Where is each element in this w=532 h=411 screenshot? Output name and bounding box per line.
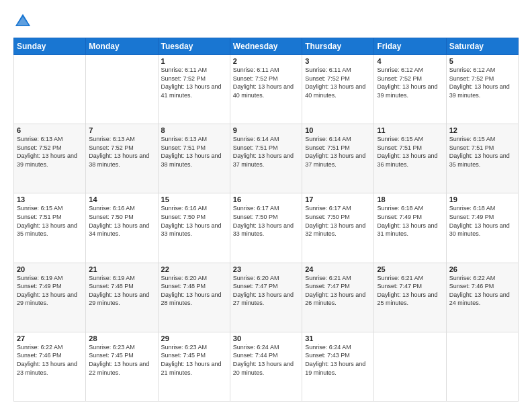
calendar-week-row: 13Sunrise: 6:15 AM Sunset: 7:51 PM Dayli… — [14, 193, 519, 263]
day-info: Sunrise: 6:14 AM Sunset: 7:51 PM Dayligh… — [233, 135, 299, 169]
calendar-cell: 28Sunrise: 6:23 AM Sunset: 7:45 PM Dayli… — [86, 332, 158, 401]
day-info: Sunrise: 6:20 AM Sunset: 7:48 PM Dayligh… — [161, 274, 227, 308]
day-info: Sunrise: 6:22 AM Sunset: 7:46 PM Dayligh… — [17, 343, 83, 377]
day-number: 2 — [233, 57, 299, 65]
calendar-cell: 14Sunrise: 6:16 AM Sunset: 7:50 PM Dayli… — [86, 193, 158, 263]
day-number: 15 — [161, 195, 227, 203]
calendar-cell: 29Sunrise: 6:23 AM Sunset: 7:45 PM Dayli… — [158, 332, 230, 401]
day-info: Sunrise: 6:16 AM Sunset: 7:50 PM Dayligh… — [89, 204, 154, 238]
calendar-cell: 17Sunrise: 6:17 AM Sunset: 7:50 PM Dayli… — [302, 193, 374, 263]
day-info: Sunrise: 6:12 AM Sunset: 7:52 PM Dayligh… — [449, 66, 515, 99]
day-header-row: SundayMondayTuesdayWednesdayThursdayFrid… — [14, 38, 519, 55]
day-number: 3 — [305, 57, 371, 65]
calendar-cell: 3Sunrise: 6:11 AM Sunset: 7:52 PM Daylig… — [302, 55, 374, 124]
calendar-cell: 2Sunrise: 6:11 AM Sunset: 7:52 PM Daylig… — [230, 55, 302, 124]
day-of-week-header: Monday — [86, 38, 158, 55]
page: SundayMondayTuesdayWednesdayThursdayFrid… — [0, 0, 532, 411]
calendar-week-row: 6Sunrise: 6:13 AM Sunset: 7:52 PM Daylig… — [14, 124, 519, 193]
calendar-cell: 27Sunrise: 6:22 AM Sunset: 7:46 PM Dayli… — [14, 332, 86, 401]
day-info: Sunrise: 6:23 AM Sunset: 7:45 PM Dayligh… — [89, 343, 154, 377]
day-number: 18 — [377, 195, 443, 203]
day-info: Sunrise: 6:11 AM Sunset: 7:52 PM Dayligh… — [161, 66, 227, 99]
calendar-cell — [14, 55, 86, 124]
day-number: 4 — [377, 57, 443, 65]
calendar-cell — [446, 332, 518, 401]
day-number: 11 — [377, 126, 443, 134]
day-number: 28 — [89, 334, 154, 342]
calendar-week-row: 1Sunrise: 6:11 AM Sunset: 7:52 PM Daylig… — [14, 55, 519, 124]
calendar-cell: 19Sunrise: 6:18 AM Sunset: 7:49 PM Dayli… — [446, 193, 518, 263]
logo — [13, 12, 35, 31]
calendar-week-row: 27Sunrise: 6:22 AM Sunset: 7:46 PM Dayli… — [14, 332, 519, 401]
calendar-cell: 5Sunrise: 6:12 AM Sunset: 7:52 PM Daylig… — [446, 55, 518, 124]
calendar-cell: 24Sunrise: 6:21 AM Sunset: 7:47 PM Dayli… — [302, 263, 374, 332]
day-info: Sunrise: 6:18 AM Sunset: 7:49 PM Dayligh… — [377, 204, 443, 238]
day-number: 27 — [17, 334, 83, 342]
day-info: Sunrise: 6:13 AM Sunset: 7:51 PM Dayligh… — [161, 135, 227, 169]
calendar-cell: 11Sunrise: 6:15 AM Sunset: 7:51 PM Dayli… — [374, 124, 446, 193]
day-number: 19 — [449, 195, 515, 203]
day-number: 17 — [305, 195, 371, 203]
day-info: Sunrise: 6:13 AM Sunset: 7:52 PM Dayligh… — [89, 135, 154, 169]
calendar-cell: 15Sunrise: 6:16 AM Sunset: 7:50 PM Dayli… — [158, 193, 230, 263]
calendar-cell: 26Sunrise: 6:22 AM Sunset: 7:46 PM Dayli… — [446, 263, 518, 332]
calendar-cell: 1Sunrise: 6:11 AM Sunset: 7:52 PM Daylig… — [158, 55, 230, 124]
calendar-cell: 13Sunrise: 6:15 AM Sunset: 7:51 PM Dayli… — [14, 193, 86, 263]
day-number: 1 — [161, 57, 227, 65]
calendar-body: 1Sunrise: 6:11 AM Sunset: 7:52 PM Daylig… — [14, 55, 519, 402]
calendar-header: SundayMondayTuesdayWednesdayThursdayFrid… — [14, 38, 519, 55]
day-info: Sunrise: 6:19 AM Sunset: 7:49 PM Dayligh… — [17, 274, 83, 308]
day-info: Sunrise: 6:15 AM Sunset: 7:51 PM Dayligh… — [377, 135, 443, 169]
day-number: 7 — [89, 126, 154, 134]
calendar-cell: 25Sunrise: 6:21 AM Sunset: 7:47 PM Dayli… — [374, 263, 446, 332]
day-of-week-header: Thursday — [302, 38, 374, 55]
calendar-cell: 20Sunrise: 6:19 AM Sunset: 7:49 PM Dayli… — [14, 263, 86, 332]
day-info: Sunrise: 6:14 AM Sunset: 7:51 PM Dayligh… — [305, 135, 371, 169]
calendar-cell: 4Sunrise: 6:12 AM Sunset: 7:52 PM Daylig… — [374, 55, 446, 124]
day-info: Sunrise: 6:23 AM Sunset: 7:45 PM Dayligh… — [161, 343, 227, 377]
calendar-cell: 21Sunrise: 6:19 AM Sunset: 7:48 PM Dayli… — [86, 263, 158, 332]
day-number: 26 — [449, 265, 515, 273]
calendar-cell: 30Sunrise: 6:24 AM Sunset: 7:44 PM Dayli… — [230, 332, 302, 401]
day-number: 31 — [305, 334, 371, 342]
day-info: Sunrise: 6:24 AM Sunset: 7:44 PM Dayligh… — [233, 343, 299, 377]
day-info: Sunrise: 6:15 AM Sunset: 7:51 PM Dayligh… — [449, 135, 515, 169]
calendar-table: SundayMondayTuesdayWednesdayThursdayFrid… — [13, 38, 519, 402]
day-number: 21 — [89, 265, 154, 273]
day-number: 14 — [89, 195, 154, 203]
calendar-cell: 18Sunrise: 6:18 AM Sunset: 7:49 PM Dayli… — [374, 193, 446, 263]
calendar-cell: 6Sunrise: 6:13 AM Sunset: 7:52 PM Daylig… — [14, 124, 86, 193]
day-number: 5 — [449, 57, 515, 65]
calendar-cell: 31Sunrise: 6:24 AM Sunset: 7:43 PM Dayli… — [302, 332, 374, 401]
calendar-cell: 10Sunrise: 6:14 AM Sunset: 7:51 PM Dayli… — [302, 124, 374, 193]
day-of-week-header: Saturday — [446, 38, 518, 55]
day-number: 16 — [233, 195, 299, 203]
day-info: Sunrise: 6:21 AM Sunset: 7:47 PM Dayligh… — [377, 274, 443, 308]
calendar-cell: 8Sunrise: 6:13 AM Sunset: 7:51 PM Daylig… — [158, 124, 230, 193]
calendar-week-row: 20Sunrise: 6:19 AM Sunset: 7:49 PM Dayli… — [14, 263, 519, 332]
calendar-cell: 22Sunrise: 6:20 AM Sunset: 7:48 PM Dayli… — [158, 263, 230, 332]
day-number: 6 — [17, 126, 83, 134]
calendar-cell: 16Sunrise: 6:17 AM Sunset: 7:50 PM Dayli… — [230, 193, 302, 263]
day-of-week-header: Sunday — [14, 38, 86, 55]
calendar-cell: 7Sunrise: 6:13 AM Sunset: 7:52 PM Daylig… — [86, 124, 158, 193]
day-info: Sunrise: 6:20 AM Sunset: 7:47 PM Dayligh… — [233, 274, 299, 308]
day-info: Sunrise: 6:22 AM Sunset: 7:46 PM Dayligh… — [449, 274, 515, 308]
day-info: Sunrise: 6:19 AM Sunset: 7:48 PM Dayligh… — [89, 274, 154, 308]
calendar-cell — [86, 55, 158, 124]
header — [13, 12, 519, 31]
day-of-week-header: Wednesday — [230, 38, 302, 55]
day-info: Sunrise: 6:11 AM Sunset: 7:52 PM Dayligh… — [305, 66, 371, 99]
day-number: 29 — [161, 334, 227, 342]
day-info: Sunrise: 6:12 AM Sunset: 7:52 PM Dayligh… — [377, 66, 443, 99]
day-info: Sunrise: 6:13 AM Sunset: 7:52 PM Dayligh… — [17, 135, 83, 169]
day-number: 9 — [233, 126, 299, 134]
logo-icon — [13, 12, 32, 31]
day-info: Sunrise: 6:11 AM Sunset: 7:52 PM Dayligh… — [233, 66, 299, 99]
calendar-cell: 9Sunrise: 6:14 AM Sunset: 7:51 PM Daylig… — [230, 124, 302, 193]
day-number: 22 — [161, 265, 227, 273]
day-of-week-header: Friday — [374, 38, 446, 55]
day-number: 24 — [305, 265, 371, 273]
day-number: 8 — [161, 126, 227, 134]
day-number: 25 — [377, 265, 443, 273]
